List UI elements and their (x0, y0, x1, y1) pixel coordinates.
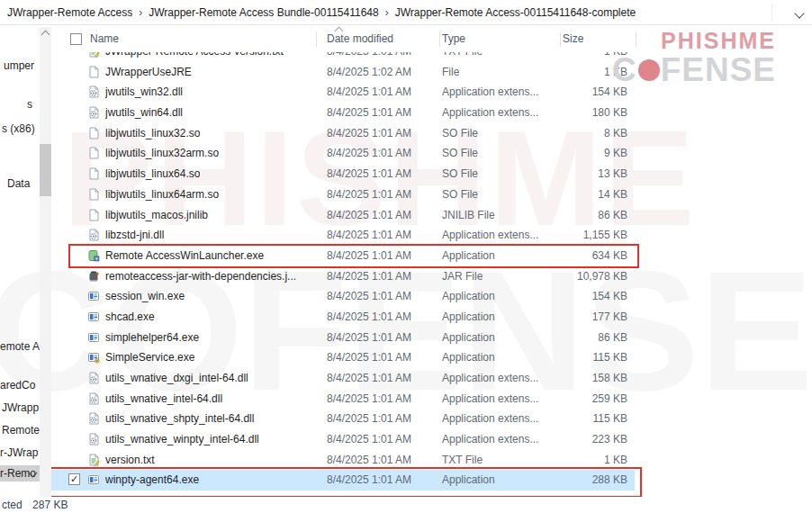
file-name: SimpleService.exe (105, 347, 194, 368)
file-row[interactable]: version.txt8/4/2025 1:01 AMTXT File1 KB (50, 450, 635, 471)
file-type: Application (442, 246, 495, 266)
scrollbar-thumb[interactable] (40, 144, 51, 196)
file-file-icon (87, 66, 100, 78)
address-dropdown-button[interactable] (796, 7, 803, 20)
column-header-type[interactable]: Type (442, 25, 465, 52)
file-row[interactable]: utils_wnative_shpty_intel-64.dll8/4/2025… (50, 409, 635, 429)
file-row[interactable]: ✓winpty-agent64.exe8/4/2025 1:01 AMAppli… (50, 470, 635, 490)
column-divider[interactable] (439, 32, 440, 47)
file-row[interactable]: jwutils_win64.dll8/4/2025 1:01 AMApplica… (50, 103, 635, 123)
file-name: utils_wnative_shpty_intel-64.dll (105, 409, 254, 429)
file-size: 634 KB (500, 246, 627, 266)
file-file-icon (87, 188, 100, 201)
dll-file-icon (87, 433, 100, 446)
file-row[interactable]: libjwutils_linux32.so8/4/2025 1:01 AMSO … (50, 123, 635, 144)
file-size: 86 KB (500, 205, 627, 226)
sidebar-item[interactable]: s (x86) (2, 121, 35, 137)
column-header-row: Name Date modified Type Size (56, 25, 812, 52)
file-name: jwutils_win32.dll (105, 82, 183, 103)
file-date-modified: 8/4/2025 1:01 AM (327, 184, 411, 205)
column-header-name[interactable]: Name (90, 25, 119, 52)
column-divider[interactable] (560, 32, 561, 47)
sidebar-item-label: JWrapp (2, 401, 39, 414)
sidebar-item[interactable]: JWrapp (2, 400, 39, 416)
dll-file-icon (87, 392, 100, 405)
file-size: 1,155 KB (500, 225, 627, 246)
sidebar-item-label: umper (4, 59, 34, 72)
sidebar-item[interactable]: aredCo (0, 377, 35, 393)
row-checkbox[interactable]: ✓ (68, 473, 80, 485)
file-row[interactable]: libjwutils_linux64arm.so8/4/2025 1:01 AM… (50, 184, 635, 205)
file-row[interactable]: SimpleService.exe8/4/2025 1:01 AMApplica… (50, 347, 635, 368)
file-name: libjwutils_macos.jnilib (105, 205, 208, 226)
column-divider[interactable] (316, 32, 317, 47)
file-name: utils_wnative_winpty_intel-64.dll (105, 429, 259, 450)
file-date-modified: 8/4/2025 1:01 AM (327, 328, 411, 348)
file-name: JWrapperUseJRE (105, 62, 192, 83)
file-date-modified: 8/4/2025 1:01 AM (327, 246, 411, 266)
file-row[interactable]: JWrapperUseJRE8/4/2025 1:02 AMFile1 KB (50, 62, 635, 83)
file-row[interactable]: libjwutils_macos.jnilib8/4/2025 1:01 AMJ… (50, 205, 635, 226)
file-row[interactable]: jwutils_win32.dll8/4/2025 1:01 AMApplica… (50, 82, 635, 103)
watermark-cofense-rest: FENSE (661, 53, 776, 86)
sidebar-item[interactable]: s (27, 96, 32, 112)
file-date-modified: 8/4/2025 1:02 AM (327, 62, 411, 83)
file-size: 10,978 KB (500, 266, 627, 287)
file-row[interactable]: utils_wnative_dxgi_intel-64.dll8/4/2025 … (50, 368, 635, 389)
sidebar-item-label: s (x86) (2, 122, 35, 135)
file-row[interactable]: remoteaccess-jar-with-dependencies.j...8… (50, 266, 635, 287)
breadcrumb-segment-3[interactable]: JWrapper-Remote Access-00115411648-compl… (395, 6, 636, 19)
file-size: 259 KB (500, 389, 627, 410)
sidebar-item[interactable]: emote A (0, 338, 40, 355)
file-name: simplehelper64.exe (105, 328, 199, 348)
sidebar-item[interactable]: Remote (2, 422, 40, 438)
breadcrumb-segment-1[interactable]: JWrapper-Remote Access (7, 6, 132, 19)
file-row[interactable]: libjwutils_linux32arm.so8/4/2025 1:01 AM… (50, 143, 635, 164)
sidebar-item[interactable]: r-JWrap (0, 445, 38, 461)
app-file-icon (87, 331, 100, 344)
file-file-icon (87, 147, 100, 159)
sidebar-scrollbar[interactable] (40, 27, 51, 497)
column-divider[interactable] (636, 32, 636, 47)
txt-file-icon (87, 454, 100, 466)
file-name: utils_wnative_dxgi_intel-64.dll (105, 368, 248, 389)
file-date-modified: 8/4/2025 1:01 AM (327, 82, 411, 103)
scrollbar-up-arrow-icon[interactable] (41, 31, 50, 40)
select-all-checkbox[interactable] (70, 33, 82, 45)
file-date-modified: 8/4/2025 1:01 AM (327, 225, 411, 246)
file-row[interactable]: libzstd-jni.dll8/4/2025 1:01 AMApplicati… (50, 225, 635, 246)
breadcrumb-segment-2[interactable]: JWrapper-Remote Access Bundle-0011541164… (149, 6, 379, 19)
sidebar-item[interactable]: r-Remo (0, 465, 40, 482)
address-bar-divider (771, 4, 772, 21)
file-date-modified: 8/4/2025 1:01 AM (327, 450, 411, 471)
file-type: SO File (442, 164, 478, 184)
file-size: 288 KB (500, 470, 627, 490)
file-date-modified: 8/4/2025 1:01 AM (327, 103, 411, 123)
launcher-file-icon (87, 249, 100, 262)
dll-file-icon (87, 412, 100, 425)
file-date-modified: 8/4/2025 1:01 AM (327, 286, 411, 307)
column-header-date-modified[interactable]: Date modified (327, 25, 393, 52)
file-row[interactable]: libjwutils_linux64.so8/4/2025 1:01 AMSO … (50, 164, 635, 184)
file-date-modified: 8/4/2025 1:01 AM (327, 389, 411, 410)
file-row[interactable]: session_win.exe8/4/2025 1:01 AMApplicati… (50, 286, 635, 307)
file-size: 177 KB (500, 307, 627, 328)
sidebar-item[interactable]: Data (7, 176, 30, 192)
file-row[interactable]: Remote AccessWinLauncher.exe8/4/2025 1:0… (50, 246, 635, 266)
file-row[interactable]: utils_wnative_intel-64.dll8/4/2025 1:01 … (50, 389, 635, 410)
file-row[interactable]: shcad.exe8/4/2025 1:01 AMApplication177 … (50, 307, 635, 328)
app-file-icon (87, 473, 100, 486)
file-date-modified: 8/4/2025 1:01 AM (327, 347, 411, 368)
column-header-size[interactable]: Size (563, 25, 583, 52)
sidebar-item-label: r-JWrap (0, 446, 38, 459)
dll-file-icon (87, 106, 100, 119)
file-size: 115 KB (500, 347, 627, 368)
file-name: session_win.exe (105, 286, 185, 307)
file-row[interactable]: simplehelper64.exe8/4/2025 1:01 AMApplic… (50, 328, 635, 348)
file-row[interactable]: utils_wnative_winpty_intel-64.dll8/4/202… (50, 429, 635, 450)
file-date-modified: 8/4/2025 1:01 AM (327, 123, 411, 144)
sidebar-item[interactable]: umper (4, 58, 34, 74)
app-file-icon (87, 290, 100, 302)
file-size: 9 KB (500, 143, 627, 164)
file-name: shcad.exe (105, 307, 155, 328)
